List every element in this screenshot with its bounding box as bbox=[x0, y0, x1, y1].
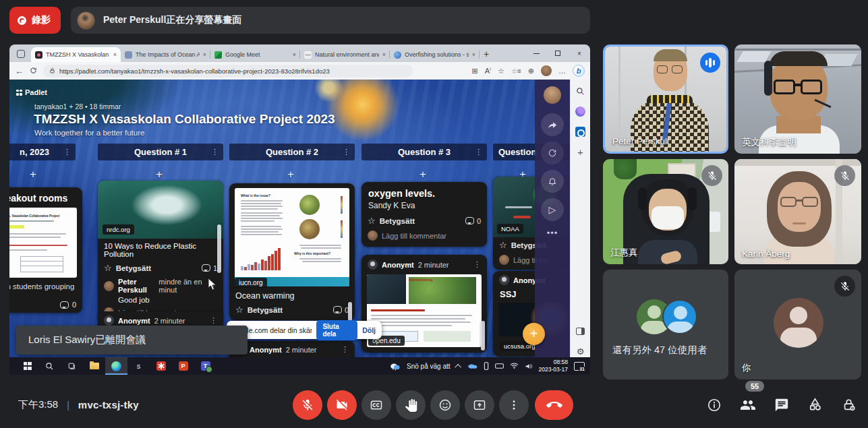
sidebar-designer-icon[interactable] bbox=[575, 106, 586, 117]
tab-close-icon[interactable]: × bbox=[382, 51, 386, 58]
tab-close-icon[interactable]: × bbox=[113, 51, 117, 58]
column-menu-icon[interactable]: ⋮ bbox=[475, 148, 482, 156]
raise-hand-button[interactable] bbox=[396, 390, 426, 420]
more-menu-icon[interactable]: … bbox=[558, 67, 566, 75]
bing-chat-icon[interactable]: b bbox=[573, 65, 585, 77]
video-tile-more-users[interactable]: 還有另外 47 位使用者 bbox=[603, 270, 728, 379]
add-post-icon[interactable]: + bbox=[419, 168, 426, 181]
slideshow-icon[interactable]: ▷ bbox=[541, 198, 564, 221]
phone-icon[interactable] bbox=[484, 362, 489, 370]
column-header-q2[interactable]: Question # 2⋮ bbox=[229, 144, 355, 160]
tab-close-icon[interactable]: × bbox=[293, 51, 296, 58]
tab-close-icon[interactable]: × bbox=[472, 51, 475, 58]
author-row[interactable]: Anonymt 2 minuter ⋮ bbox=[361, 255, 487, 272]
comment-row[interactable]: Peter Perskull mindre än en minut ⋮ bbox=[98, 276, 223, 296]
chat-button[interactable] bbox=[773, 396, 790, 413]
minimize-button[interactable] bbox=[525, 44, 547, 62]
workspaces-icon[interactable] bbox=[17, 50, 25, 58]
edge-taskbar-icon[interactable] bbox=[105, 357, 127, 375]
video-tile-karin[interactable]: Karin Åberg bbox=[734, 159, 861, 264]
start-button[interactable] bbox=[16, 357, 38, 375]
card-menu-icon[interactable]: ⋮ bbox=[341, 345, 349, 354]
collections-icon[interactable]: ⊕ bbox=[528, 67, 534, 75]
more-options-icon[interactable]: ••• bbox=[547, 228, 558, 238]
tray-expand-icon[interactable] bbox=[455, 363, 461, 370]
card-nrdc[interactable]: nrdc.org 10 Ways to Reduce Plastic Pollu… bbox=[98, 181, 223, 323]
weather-text[interactable]: Snö på väg att bbox=[407, 363, 451, 370]
share-button[interactable] bbox=[541, 113, 564, 136]
video-tile-jiang[interactable]: 江惠真 bbox=[603, 159, 728, 264]
hide-button[interactable]: Dölj bbox=[362, 326, 377, 334]
back-icon[interactable]: ← bbox=[15, 67, 24, 75]
refresh-icon[interactable] bbox=[30, 67, 37, 75]
card-anonymous-3[interactable]: Anonymt 2 minuter ⋮ Sammanfattning bbox=[361, 255, 487, 353]
source-chip[interactable]: NOAA bbox=[497, 224, 523, 234]
rate-row[interactable]: ☆ Betygsätt 0 bbox=[361, 213, 487, 228]
taskbar-clock[interactable]: 08:582023-03-17 bbox=[539, 359, 568, 373]
column-menu-icon[interactable]: ⋮ bbox=[211, 148, 219, 156]
card-anonymous-2[interactable]: Anonymt 2 minuter ⋮ bbox=[229, 341, 355, 357]
volume-icon[interactable] bbox=[525, 363, 533, 370]
comment-count[interactable]: 1 bbox=[202, 264, 217, 272]
close-button[interactable]: × bbox=[569, 44, 590, 62]
notification-center-icon[interactable]: 31 bbox=[574, 362, 585, 371]
column-scrollbar[interactable] bbox=[481, 321, 485, 350]
add-post-icon[interactable]: + bbox=[156, 168, 163, 181]
file-explorer-icon[interactable] bbox=[83, 357, 105, 375]
comment-count[interactable]: 0 bbox=[333, 306, 349, 314]
task-view-icon[interactable] bbox=[61, 357, 83, 375]
stop-sharing-button[interactable]: Sluta dela bbox=[316, 320, 357, 340]
source-chip[interactable]: nrdc.org bbox=[103, 224, 134, 235]
card-iucn[interactable]: What is the issue? bbox=[229, 183, 355, 320]
add-post-icon[interactable]: + bbox=[30, 168, 36, 181]
present-button[interactable] bbox=[465, 390, 494, 420]
video-tile-li[interactable]: 英文科李壹明 bbox=[734, 44, 861, 154]
author-row[interactable]: Anonymt 2 minuter ⋮ bbox=[229, 341, 355, 357]
wifi-icon[interactable] bbox=[510, 363, 519, 369]
doc-preview[interactable]: vs. Vasaskolan Collaborative Project bbox=[9, 208, 77, 278]
column-header-2023[interactable]: n, 2023⋮ bbox=[9, 144, 76, 160]
add-post-icon[interactable]: + bbox=[287, 168, 294, 181]
column-header-q3[interactable]: Question # 3⋮ bbox=[361, 144, 487, 160]
card-menu-icon[interactable]: ⋮ bbox=[210, 316, 217, 325]
tab-natural-environment[interactable]: ww Natural environment and× bbox=[300, 47, 390, 62]
sidebar-add-icon[interactable]: + bbox=[575, 146, 586, 158]
user-avatar[interactable] bbox=[544, 86, 561, 104]
red-app-icon[interactable] bbox=[150, 357, 172, 375]
tab-ocean-impacts[interactable]: The Impacts of Ocean Ac× bbox=[121, 47, 210, 62]
comment-count[interactable]: 0 bbox=[465, 217, 481, 225]
tab-close-icon[interactable]: × bbox=[203, 51, 206, 58]
column-header-q1[interactable]: Question # 1⋮ bbox=[98, 144, 223, 160]
doc-preview[interactable]: What is the issue? bbox=[235, 188, 349, 286]
split-screen-icon[interactable]: ⊞ bbox=[472, 67, 478, 75]
reactions-button[interactable] bbox=[430, 390, 460, 420]
new-tab-button[interactable]: + bbox=[484, 49, 489, 59]
add-comment-row[interactable]: Lägg till kommentar bbox=[361, 228, 487, 247]
touchpad-icon[interactable] bbox=[495, 363, 504, 369]
add-post-fab[interactable]: + bbox=[523, 323, 545, 345]
video-tile-peter[interactable]: Peter Perskull bbox=[603, 44, 728, 154]
recording-indicator[interactable]: 錄影 bbox=[9, 7, 61, 34]
sync-button[interactable] bbox=[541, 142, 564, 164]
column-scrollbar[interactable] bbox=[217, 224, 221, 273]
host-controls-button[interactable] bbox=[840, 396, 857, 413]
card-oxygen[interactable]: oxygen levels. Sandy K Eva ☆ Betygsätt 0… bbox=[361, 182, 487, 247]
padlet-logo[interactable]: Padlet bbox=[16, 88, 47, 96]
favorite-icon[interactable]: ☆ bbox=[498, 67, 504, 75]
sidebar-outlook-icon[interactable] bbox=[575, 126, 586, 137]
notifications-icon[interactable] bbox=[541, 170, 564, 193]
camera-toggle-button[interactable] bbox=[327, 390, 357, 420]
mic-toggle-button[interactable] bbox=[293, 390, 322, 420]
captions-button[interactable] bbox=[361, 390, 391, 420]
url-field[interactable]: https://padlet.com/tanyakao1/tmzzsh-x-va… bbox=[43, 65, 413, 78]
tab-overfishing[interactable]: Overfishing solutions - s× bbox=[390, 47, 480, 62]
read-aloud-icon[interactable]: A) bbox=[485, 67, 491, 75]
sidebar-panel-icon[interactable] bbox=[575, 326, 586, 337]
s-app-icon[interactable]: s bbox=[127, 357, 150, 375]
comment-count[interactable]: 0 bbox=[60, 301, 76, 309]
column-menu-icon[interactable]: ⋮ bbox=[343, 148, 350, 156]
card-breakout-rooms[interactable]: reakout rooms vs. Vasaskolan Collaborati… bbox=[9, 187, 82, 313]
weather-icon[interactable] bbox=[389, 362, 401, 371]
column-menu-icon[interactable]: ⋮ bbox=[63, 148, 71, 156]
onedrive-icon[interactable] bbox=[467, 363, 478, 369]
